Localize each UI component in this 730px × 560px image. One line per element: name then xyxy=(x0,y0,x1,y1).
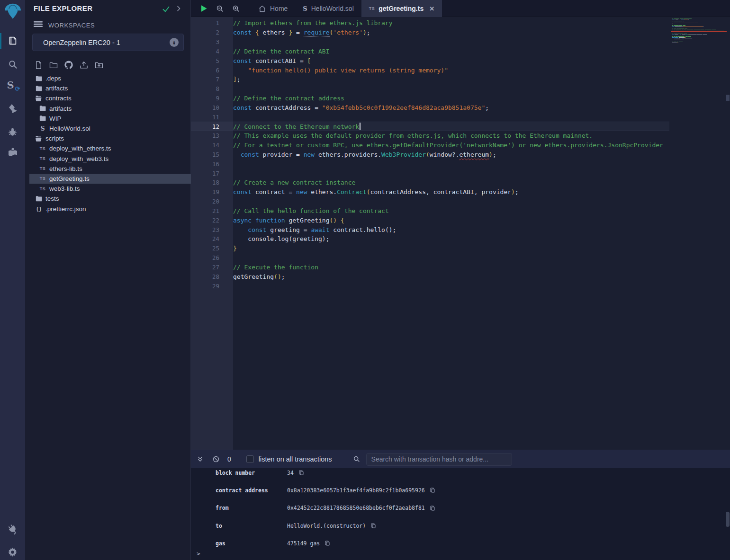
code-line[interactable]: 19const contract = new ethers.Contract(c… xyxy=(191,187,669,197)
activity-item-solidity-compiler[interactable]: S⟳ xyxy=(0,76,25,95)
terminal-prompt[interactable]: > xyxy=(197,550,200,557)
code-text: "function hello() public view returns (s… xyxy=(233,67,448,74)
terminal-row-label: from xyxy=(191,505,287,511)
activity-item-search[interactable] xyxy=(0,55,25,74)
activity-item-plugin-manager[interactable] xyxy=(0,520,25,539)
terminal-collapse-icon[interactable] xyxy=(197,456,204,463)
tree-item-WIP[interactable]: WIP xyxy=(29,114,191,124)
code-line[interactable]: 17 xyxy=(191,169,669,178)
code-line[interactable]: 4// Define the contract ABI xyxy=(191,46,669,56)
tree-item-deploy_with_ethers.ts[interactable]: TSdeploy_with_ethers.ts xyxy=(29,143,191,153)
code-line[interactable]: 8 xyxy=(191,84,669,94)
clone-github-button[interactable] xyxy=(63,59,74,71)
activity-item-file-explorer[interactable] xyxy=(0,31,25,50)
terminal-scrollbar-thumb[interactable] xyxy=(726,512,730,527)
tree-item-tests[interactable]: tests xyxy=(29,194,191,204)
code-line[interactable]: 24 console.log(greeting); xyxy=(191,234,669,244)
minimap[interactable] xyxy=(671,17,726,450)
code-line[interactable]: 3 xyxy=(191,37,669,47)
terminal-row-value: 0x42452c22c88178685850e68beb6cf0f2aeab8f… xyxy=(287,505,425,511)
tree-item-artifacts[interactable]: artifacts xyxy=(29,104,191,114)
copy-icon[interactable] xyxy=(430,505,435,511)
tree-item-scripts[interactable]: scripts xyxy=(29,133,191,143)
tree-item-HelloWorld.sol[interactable]: SHelloWorld.sol xyxy=(29,124,191,133)
search-icon xyxy=(8,59,18,70)
code-line[interactable]: 6 "function hello() public view returns … xyxy=(191,65,669,75)
workspace-dropdown[interactable]: OpenZeppelin ERC20 - 1 ▲▼ xyxy=(32,34,184,51)
terminal-row-to: toHelloWorld.(constructor) xyxy=(191,517,730,534)
code-line[interactable]: 23 const greeting = await contract.hello… xyxy=(191,225,669,234)
workspaces-menu-icon[interactable] xyxy=(34,21,43,29)
code-line[interactable]: 5const contractABI = [ xyxy=(191,56,669,65)
line-number: 29 xyxy=(191,283,233,290)
code-line[interactable]: 14// For a testnet or custom RPC, use et… xyxy=(191,141,669,150)
line-number: 16 xyxy=(191,160,233,168)
code-text: // Import ethers from the ethers.js libr… xyxy=(233,19,393,27)
copy-icon[interactable] xyxy=(370,523,376,529)
code-line[interactable]: 9// Define the contract address xyxy=(191,94,669,103)
code-line[interactable]: 16 xyxy=(191,159,669,169)
learneth-icon xyxy=(7,147,18,158)
code-line[interactable]: 13// This example uses the default provi… xyxy=(191,131,669,141)
code-line[interactable]: 22async function getGreeting() { xyxy=(191,215,669,225)
close-tab-icon[interactable]: ✕ xyxy=(429,5,434,12)
upload-folder-button[interactable] xyxy=(93,59,105,71)
terminal-row-contract-address: contract address0x8a120383e6057b1f3aef4f… xyxy=(191,481,730,499)
code-text: const contract = new ethers.Contract(con… xyxy=(233,188,519,196)
run-script-button[interactable] xyxy=(196,0,212,17)
workspace-stepper-icon[interactable]: ▲▼ xyxy=(170,38,179,47)
tree-item-deploy_with_web3.ts[interactable]: TSdeploy_with_web3.ts xyxy=(29,154,191,164)
folder-icon xyxy=(34,85,44,92)
code-line[interactable]: 25} xyxy=(191,244,669,253)
zoom-in-button[interactable] xyxy=(228,0,244,17)
code-line[interactable]: 27// Execute the function xyxy=(191,263,669,272)
tree-item-.prettierrc.json[interactable]: {}.prettierrc.json xyxy=(29,204,191,213)
tree-item-getGreeting.ts[interactable]: TSgetGreeting.ts xyxy=(29,174,191,184)
activity-item-debugger[interactable] xyxy=(0,122,25,141)
code-editor[interactable]: 1// Import ethers from the ethers.js lib… xyxy=(191,17,730,450)
activity-item-settings[interactable] xyxy=(0,542,25,560)
tree-item-web3-lib.ts[interactable]: TSweb3-lib.ts xyxy=(29,184,191,194)
zoom-out-button[interactable] xyxy=(212,0,228,17)
code-line[interactable]: 11 xyxy=(191,112,669,122)
chevron-right-icon[interactable] xyxy=(175,5,182,14)
accept-check-icon[interactable] xyxy=(162,5,171,15)
line-number: 20 xyxy=(191,198,233,205)
tree-item-artifacts[interactable]: artifacts xyxy=(29,83,191,93)
terminal-clear-icon[interactable] xyxy=(212,455,220,463)
code-line[interactable]: 28getGreeting(); xyxy=(191,272,669,281)
tab-HelloWorld.sol[interactable]: SHelloWorld.sol xyxy=(295,0,361,17)
code-line[interactable]: 20 xyxy=(191,197,669,206)
code-line[interactable]: 1// Import ethers from the ethers.js lib… xyxy=(191,18,669,28)
listen-all-transactions-checkbox[interactable] xyxy=(246,455,254,463)
create-folder-button[interactable] xyxy=(48,59,59,71)
clone-github-icon xyxy=(64,60,73,70)
activity-item-deploy-and-run[interactable] xyxy=(0,99,25,118)
code-line[interactable]: 10const contractAddress = "0xb54febb5c0c… xyxy=(191,103,669,112)
activity-item-learneth[interactable] xyxy=(0,143,25,162)
folder-icon xyxy=(37,115,48,122)
code-line[interactable]: 2const { ethers } = require('ethers'); xyxy=(191,28,669,37)
code-line[interactable]: 15 const provider = new ethers.providers… xyxy=(191,150,669,160)
code-line[interactable]: 26 xyxy=(191,253,669,263)
copy-icon[interactable] xyxy=(430,487,435,493)
terminal-row-value: HelloWorld.(constructor) xyxy=(287,523,366,529)
code-line[interactable]: 7]; xyxy=(191,75,669,84)
code-line[interactable]: 12// Connect to the Ethereum network xyxy=(191,122,669,131)
activity-item-remix-logo[interactable] xyxy=(0,2,25,21)
upload-files-button[interactable] xyxy=(78,59,90,71)
tree-item-.deps[interactable]: .deps xyxy=(29,73,191,83)
tree-item-label: .deps xyxy=(45,75,61,82)
code-line[interactable]: 21// Call the hello function of the cont… xyxy=(191,206,669,216)
create-file-button[interactable] xyxy=(33,59,44,71)
tree-item-ethers-lib.ts[interactable]: TSethers-lib.ts xyxy=(29,164,191,174)
copy-icon[interactable] xyxy=(324,540,330,546)
line-number: 2 xyxy=(191,29,233,36)
tab-Home[interactable]: Home xyxy=(251,0,295,17)
copy-icon[interactable] xyxy=(298,470,304,476)
tab-getGreeting.ts[interactable]: TSgetGreeting.ts✕ xyxy=(361,0,442,17)
line-number: 8 xyxy=(191,85,233,92)
tree-item-contracts[interactable]: contracts xyxy=(29,93,191,103)
code-line[interactable]: 29 xyxy=(191,281,669,291)
code-line[interactable]: 18// Create a new contract instance xyxy=(191,178,669,187)
